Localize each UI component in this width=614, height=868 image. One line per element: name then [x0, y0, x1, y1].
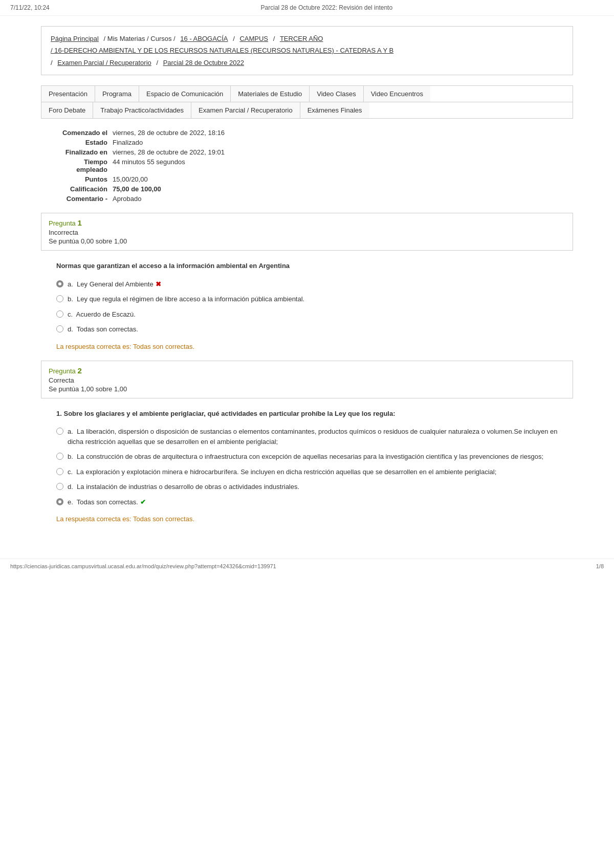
info-label-puntos: Puntos	[41, 175, 113, 183]
info-row-calificacion: Calificación 75,00 de 100,00	[41, 185, 573, 193]
nav-tabs-row2: Foro Debate Trabajo Practico/actividades…	[41, 102, 573, 118]
main-content: Página Principal / Mis Materias / Cursos…	[26, 16, 588, 543]
question2-option-a-text: a. La liberación, dispersión o disposici…	[68, 427, 573, 447]
question2-radio-e[interactable]	[56, 498, 63, 505]
question1-option-d: d. Todas son correctas.	[56, 324, 573, 335]
breadcrumb-box: Página Principal / Mis Materias / Cursos…	[41, 26, 573, 75]
info-value-tiempo: 44 minutos 55 segundos	[113, 158, 573, 173]
question2-num: 2	[77, 366, 81, 375]
question1-radio-d[interactable]	[56, 325, 63, 332]
tab-presentacion[interactable]: Presentación	[41, 86, 95, 102]
tab-examen-parcial[interactable]: Examen Parcial / Recuperatorio	[191, 102, 300, 118]
question1-options: a. Ley General del Ambiente✖ b. Ley que …	[56, 279, 573, 335]
question1-option-d-text: d. Todas son correctas.	[68, 324, 573, 335]
question1-block: Pregunta 1 Incorrecta Se puntúa 0,00 sob…	[41, 213, 573, 251]
breadcrumb-slash3: /	[51, 59, 54, 66]
tab-video-encuentros[interactable]: Video Encuentros	[364, 86, 430, 102]
breadcrumb-abogacia[interactable]: 16 - ABOGACÍA	[180, 35, 228, 42]
question2-options: a. La liberación, dispersión o disposici…	[56, 427, 573, 507]
breadcrumb-campus[interactable]: CAMPUS	[239, 35, 268, 42]
question2-radio-b[interactable]	[56, 453, 63, 460]
nav-tabs: Presentación Programa Espacio de Comunic…	[41, 85, 573, 119]
question1-status: Incorrecta	[49, 229, 565, 236]
question2-block: Pregunta 2 Correcta Se puntúa 1,00 sobre…	[41, 361, 573, 398]
tab-examenes-finales[interactable]: Exámenes Finales	[300, 102, 369, 118]
info-label-estado: Estado	[41, 139, 113, 146]
info-label-comenzado: Comenzado el	[41, 129, 113, 137]
question1-correct-note: La respuesta correcta es: Todas son corr…	[56, 343, 573, 350]
question2-radio-a[interactable]	[56, 428, 63, 435]
breadcrumb-examen[interactable]: Examen Parcial / Recuperatorio	[57, 59, 151, 66]
info-value-finalizado: viernes, 28 de octubre de 2022, 19:01	[113, 148, 573, 156]
info-row-estado: Estado Finalizado	[41, 139, 573, 146]
page-footer: https://ciencias-juridicas.campusvirtual…	[0, 559, 614, 573]
page-header: 7/11/22, 10:24 Parcial 28 de Octubre 202…	[0, 0, 614, 16]
question1-radio-a[interactable]	[56, 280, 63, 287]
breadcrumb-home[interactable]: Página Principal	[51, 35, 99, 42]
question2-option-a: a. La liberación, dispersión o disposici…	[56, 427, 573, 447]
info-value-comenzado: viernes, 28 de octubre de 2022, 18:16	[113, 129, 573, 137]
tab-programa[interactable]: Programa	[95, 86, 139, 102]
question1-points: Se puntúa 0,00 sobre 1,00	[49, 237, 565, 245]
breadcrumb-slash4: /	[156, 59, 160, 66]
breadcrumb-sep3: /	[273, 35, 277, 42]
info-value-calificacion: 75,00 de 100,00	[113, 185, 573, 193]
breadcrumb-tercer[interactable]: TERCER AÑO	[280, 35, 323, 42]
info-row-comenzado: Comenzado el viernes, 28 de octubre de 2…	[41, 129, 573, 137]
wrong-icon-a: ✖	[156, 280, 161, 288]
footer-url: https://ciencias-juridicas.campusvirtual…	[10, 563, 276, 569]
breadcrumb-line3: / Examen Parcial / Recuperatorio / Parci…	[49, 57, 565, 69]
info-label-tiempo: Tiempoempleado	[41, 158, 113, 173]
tab-trabajo[interactable]: Trabajo Practico/actividades	[93, 102, 191, 118]
header-title: Parcial 28 de Octubre 2022: Revisión del…	[261, 4, 393, 11]
question2-points: Se puntúa 1,00 sobre 1,00	[49, 385, 565, 393]
info-label-comentario: Comentario -	[41, 195, 113, 203]
breadcrumb-derecho[interactable]: / 16-DERECHO AMBIENTAL Y DE LOS RECURSOS…	[51, 47, 393, 54]
question2-radio-d[interactable]	[56, 483, 63, 490]
question1-option-c: c. Acuerdo de Escazú.	[56, 309, 573, 320]
info-value-comentario: Aprobado	[113, 195, 573, 203]
nav-tabs-row1: Presentación Programa Espacio de Comunic…	[41, 86, 573, 102]
question1-title: Normas que garantizan el acceso a la inf…	[56, 261, 573, 271]
question2-header: Pregunta 2	[49, 366, 565, 375]
breadcrumb-sep1: / Mis Materias / Cursos /	[104, 35, 178, 42]
question2-radio-c[interactable]	[56, 468, 63, 475]
question1-option-a: a. Ley General del Ambiente✖	[56, 279, 573, 290]
info-value-estado: Finalizado	[113, 139, 573, 146]
question2-option-e-text: e. Todas son correctas.✔	[68, 497, 573, 507]
question1-option-c-text: c. Acuerdo de Escazú.	[68, 309, 573, 320]
question2-option-e: e. Todas son correctas.✔	[56, 497, 573, 507]
question1-body: Normas que garantizan el acceso a la inf…	[56, 261, 573, 335]
tab-video-clases[interactable]: Video Clases	[310, 86, 363, 102]
footer-page-num: 1/8	[596, 563, 604, 569]
question1-option-b: b. Ley que regula el régimen de libre ac…	[56, 294, 573, 304]
question2-option-c: c. La exploración y explotación minera e…	[56, 467, 573, 477]
tab-comunicacion[interactable]: Espacio de Comunicación	[139, 86, 231, 102]
question2-option-b-text: b. La construcción de obras de arquitect…	[68, 452, 573, 462]
info-label-finalizado: Finalizado en	[41, 148, 113, 156]
breadcrumb-parcial[interactable]: Parcial 28 de Octubre 2022	[163, 59, 244, 66]
info-value-puntos: 15,00/20,00	[113, 175, 573, 183]
question2-title-strong: Sobre los glaciares y el ambiente perigl…	[63, 410, 395, 417]
breadcrumb-sep2: /	[233, 35, 236, 42]
question1-radio-c[interactable]	[56, 310, 63, 318]
info-row-tiempo: Tiempoempleado 44 minutos 55 segundos	[41, 158, 573, 173]
question1-num: 1	[77, 218, 81, 227]
info-row-finalizado: Finalizado en viernes, 28 de octubre de …	[41, 148, 573, 156]
info-table: Comenzado el viernes, 28 de octubre de 2…	[41, 129, 573, 203]
header-datetime: 7/11/22, 10:24	[10, 4, 50, 11]
info-row-puntos: Puntos 15,00/20,00	[41, 175, 573, 183]
question1-header: Pregunta 1	[49, 218, 565, 227]
breadcrumb-line2: / 16-DERECHO AMBIENTAL Y DE LOS RECURSOS…	[49, 44, 565, 56]
tab-materiales[interactable]: Materiales de Estudio	[231, 86, 310, 102]
tab-foro[interactable]: Foro Debate	[41, 102, 93, 118]
info-row-comentario: Comentario - Aprobado	[41, 195, 573, 203]
question1-radio-b[interactable]	[56, 295, 63, 302]
question2-correct-note: La respuesta correcta es: Todas son corr…	[56, 515, 573, 523]
question2-option-b: b. La construcción de obras de arquitect…	[56, 452, 573, 462]
question2-title: 1. Sobre los glaciares y el ambiente per…	[56, 409, 573, 419]
info-label-calificacion: Calificación	[41, 185, 113, 193]
question1-pregunta-label: Pregunta	[49, 219, 77, 227]
question2-pregunta-label: Pregunta	[49, 367, 77, 375]
breadcrumb-line1: Página Principal / Mis Materias / Cursos…	[49, 33, 565, 44]
